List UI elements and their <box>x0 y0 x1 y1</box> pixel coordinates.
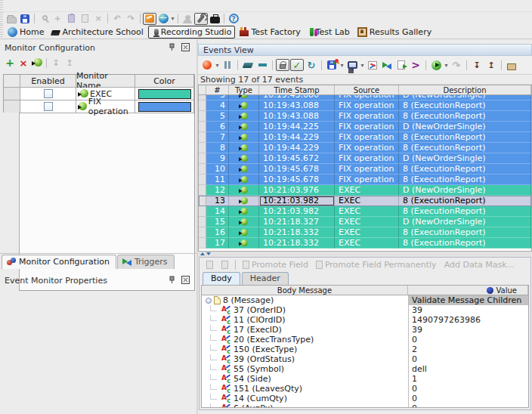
column-header-timestamp[interactable]: Time Stamp <box>259 85 335 94</box>
panel-tab[interactable]: Triggers <box>117 255 175 269</box>
run-monitor-icon[interactable] <box>30 57 44 69</box>
event-row[interactable]: 6 10:19:44.225 FIX operation D (NewOrder… <box>199 122 531 132</box>
perspective-tab[interactable]: Architecture School <box>48 26 146 38</box>
details-tab[interactable]: Body <box>203 272 240 285</box>
tree-row[interactable]: 6 (AvgPx) 0 <box>202 403 528 408</box>
save-results-icon[interactable] <box>325 59 339 71</box>
enabled-cell[interactable] <box>20 88 76 100</box>
tree-row[interactable]: 37 (OrderID) 39 <box>202 305 528 315</box>
export-monitors-icon[interactable]: ↥ <box>63 57 76 69</box>
field-value-cell[interactable]: Validate Message Children <box>408 295 528 305</box>
panel-tab[interactable]: Monitor Configuration <box>2 255 116 269</box>
horizontal-splitter[interactable] <box>198 252 532 257</box>
column-header-value[interactable]: Value <box>408 286 528 295</box>
perspective-tab[interactable]: Recording Studio <box>148 26 236 39</box>
event-row[interactable]: 5 10:19:43.088 FIX operation 8 (Executio… <box>199 111 531 122</box>
field-value-cell[interactable]: 0 <box>408 335 528 344</box>
enabled-checkbox[interactable] <box>44 102 53 111</box>
paste-icon[interactable] <box>64 13 78 25</box>
erase-icon[interactable] <box>241 59 255 71</box>
add-monitor-icon[interactable]: + <box>3 57 17 69</box>
field-name-cell[interactable]: 55 (Symbol) <box>202 364 408 374</box>
tree-row[interactable]: 14 (CumQty) 0 <box>202 394 528 403</box>
color-swatch[interactable] <box>138 102 191 112</box>
briefcase-icon[interactable] <box>208 13 221 25</box>
menu-item[interactable] <box>15 5 26 7</box>
redo-icon[interactable]: ↷ <box>124 13 138 25</box>
remove-icon[interactable] <box>255 59 269 71</box>
event-row[interactable]: 11 10:19:45.678 FIX operation 8 (Executi… <box>199 175 531 185</box>
field-name-cell[interactable]: 20 (ExecTransType) <box>202 335 408 344</box>
perspective-tab[interactable]: Results Gallery <box>354 26 435 38</box>
repeat-icon[interactable]: ↷ <box>450 59 463 71</box>
accept-icon[interactable]: ✓ <box>290 59 304 71</box>
event-row[interactable]: 9 10:19:45.672 FIX operation D (NewOrder… <box>199 153 531 164</box>
event-row[interactable]: 12 10:21:03.976 EXEC D (NewOrderSingle) <box>199 185 531 196</box>
color-cell[interactable] <box>135 88 194 100</box>
column-header-body-message[interactable]: Body Message <box>202 286 408 295</box>
monitor-name-cell[interactable]: FIX operation <box>76 100 135 113</box>
monitor-row[interactable]: FIX operation <box>4 100 194 113</box>
column-header-type[interactable]: Type <box>229 85 259 94</box>
event-row[interactable]: 10 10:19:45.678 FIX operation 8 (Executi… <box>199 164 531 175</box>
replay-icon[interactable]: ↻ <box>305 59 318 71</box>
chart-icon[interactable] <box>366 59 379 71</box>
tree-row[interactable]: 54 (Side) 1 <box>202 374 528 384</box>
field-name-cell[interactable]: 37 (OrderID) <box>202 305 408 315</box>
menu-item[interactable] <box>57 5 68 7</box>
architecture-mode-icon[interactable] <box>143 13 156 25</box>
pin-icon[interactable] <box>167 275 177 284</box>
field-value-cell[interactable]: 2 <box>408 344 528 354</box>
field-value-cell[interactable]: 39 <box>408 325 528 335</box>
import-events-icon[interactable]: ↧ <box>470 59 484 71</box>
package-icon[interactable] <box>505 59 518 71</box>
field-value-cell[interactable]: 0 <box>408 384 528 394</box>
column-header-enabled[interactable]: Enabled <box>20 75 76 88</box>
forward-events-icon[interactable] <box>380 59 394 71</box>
pin-icon[interactable] <box>167 42 177 51</box>
pause-icon[interactable] <box>221 59 234 71</box>
details-tab[interactable]: Header <box>242 272 289 285</box>
field-value-cell[interactable]: 0 <box>408 403 528 408</box>
field-name-cell[interactable]: 6 (AvgPx) <box>202 403 408 408</box>
tree-row[interactable]: 55 (Symbol) dell <box>202 364 528 374</box>
field-name-cell[interactable]: 17 (ExecID) <box>202 325 408 335</box>
copy-icon[interactable] <box>78 13 91 25</box>
copy-field-icon[interactable] <box>203 258 216 270</box>
tree-row[interactable]: 39 (OrdStatus) 0 <box>202 354 528 364</box>
event-row[interactable]: 17 10:21:18.332 EXEC 8 (ExecutionReport) <box>199 238 531 249</box>
tree-row[interactable]: 17 (ExecID) 39 <box>202 325 528 335</box>
display-dropdown-icon[interactable]: ▾ <box>360 62 365 69</box>
enabled-cell[interactable] <box>20 100 76 113</box>
menu-item[interactable] <box>47 5 57 7</box>
column-header-monitor-name[interactable]: Monitor Name <box>76 75 135 88</box>
tree-row[interactable]: 8 (Message) Validate Message Children <box>202 295 528 305</box>
copy-all-fields-icon[interactable] <box>218 258 231 270</box>
menu-item[interactable] <box>26 5 36 7</box>
add-icon[interactable]: + <box>51 13 64 25</box>
browser-globe-icon[interactable] <box>156 13 170 25</box>
cut-icon[interactable]: × <box>91 13 105 25</box>
close-icon[interactable] <box>181 275 190 284</box>
field-name-cell[interactable]: 14 (CumQty) <box>202 394 408 403</box>
color-swatch[interactable] <box>138 89 191 99</box>
field-name-cell[interactable]: 8 (Message) <box>202 295 408 305</box>
field-name-cell[interactable]: 11 (ClOrdID) <box>202 315 408 325</box>
delete-monitor-icon[interactable]: × <box>17 57 30 69</box>
close-icon[interactable] <box>181 42 190 51</box>
step-icon[interactable]: > <box>409 59 422 71</box>
event-row[interactable]: 8 10:19:44.229 FIX operation 8 (Executio… <box>199 143 531 153</box>
save-icon[interactable] <box>18 13 32 25</box>
event-row[interactable]: 13 10:21:03.982 EXEC 8 (ExecutionReport) <box>199 196 531 206</box>
record-icon[interactable] <box>200 59 214 71</box>
field-name-cell[interactable]: 54 (Side) <box>202 374 408 384</box>
export-events-icon[interactable]: ↥ <box>484 59 498 71</box>
search-icon[interactable] <box>37 13 51 25</box>
add-data-mask-button[interactable]: Add Data Mask... <box>441 260 518 270</box>
promote-field-permanently-button[interactable]: Promote Field Permanently <box>313 260 440 270</box>
event-row[interactable]: 3 10:19:43.080 FIX operation D (NewOrder… <box>199 95 531 100</box>
field-value-cell[interactable]: 1490797263986 <box>408 315 528 325</box>
enabled-checkbox[interactable] <box>44 89 53 98</box>
field-value-cell[interactable]: 1 <box>408 374 528 384</box>
tree-row[interactable]: 150 (ExecType) 2 <box>202 344 528 354</box>
